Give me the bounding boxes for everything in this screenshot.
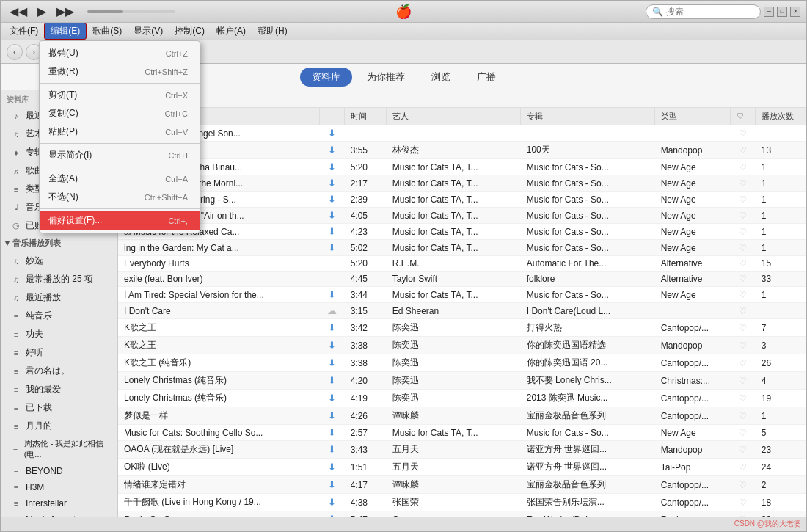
table-row[interactable]: al Music for the Relaxed Ca...⬇4:23Music… [118,224,806,240]
table-row[interactable]: I Am Tired: Special Version for the...⬇3… [118,287,806,303]
tab-recommended[interactable]: 为你推荐 [355,68,417,87]
menu-view[interactable]: 显示(V) [128,23,169,39]
table-row[interactable]: 情绪谁来定错对⬇4:17谭咏麟宝丽金极品音色系列Cantopop/...♡2 [118,476,806,494]
menu-preferences-shortcut: Ctrl+, [168,216,188,225]
maximize-button[interactable]: □ [777,7,787,17]
table-row[interactable]: 千千阙歌 (Live in Hong Kong / 19...⬇4:38张国荣张… [118,494,806,511]
cell-heart[interactable]: ♡ [731,240,756,256]
menu-cut[interactable]: 剪切(T) Ctrl+X [40,86,200,104]
menu-select-all[interactable]: 全选(A) Ctrl+A [40,170,200,188]
menu-undo[interactable]: 撤销(U) Ctrl+Z [40,44,200,62]
table-row[interactable]: Radio Ga Ga⬇5:47QueenThe Works (Deluxe..… [118,511,806,517]
menu-edit[interactable]: 编辑(E) [44,23,87,40]
table-row[interactable]: K歌之王 (纯音乐)⬇3:38陈奕迅你的陈奕迅国语 20...Cantopop/… [118,354,806,372]
cell-cloud: ⬇ [319,159,344,175]
sidebar-item-downloaded[interactable]: ≡ 已下载 [4,398,114,417]
cell-heart[interactable]: ♡ [731,142,756,159]
cell-heart[interactable]: ♡ [731,441,756,459]
sidebar-item-gongfu[interactable]: ≡ 功夫 [4,325,114,343]
chevron-down-icon: ▾ [5,238,10,248]
cell-heart[interactable]: ♡ [731,319,756,337]
table-row[interactable]: leep Music with Purring - S...⬇2:39Music… [118,192,806,208]
cell-heart[interactable]: ♡ [731,337,756,354]
cell-heart[interactable]: ♡ [731,125,756,142]
sidebar-item-favorites[interactable]: ≡ 我的最爱 [4,380,114,398]
cell-heart[interactable]: ♡ [731,303,756,319]
menu-preferences[interactable]: 偏好设置(F)... Ctrl+, [40,211,200,230]
menu-account[interactable]: 帐户(A) [211,23,252,39]
next-button[interactable]: ▶▶ [54,3,77,20]
table-row[interactable]: eep Music: Safe in the Morni...⬇2:17Musi… [118,175,806,192]
table-row[interactable]: ical Music for Cats: "Air on th...⬇4:05M… [118,208,806,224]
cell-heart[interactable]: ♡ [731,192,756,208]
cell-heart[interactable]: ♡ [731,287,756,303]
table-row[interactable]: OK啦 (Live)⬇1:51五月天诺亚方舟 世界巡回...Tai-Pop♡24 [118,459,806,476]
minimize-button[interactable]: ─ [764,7,774,17]
table-row[interactable]: 拥抱⬇3:55林俊杰100天Mandopop♡13 [118,142,806,159]
cell-heart[interactable]: ♡ [731,159,756,175]
table-row[interactable]: 梦似是一样⬇4:26谭咏麟宝丽金极品音色系列Cantopop/...♡1 [118,407,806,425]
menu-paste[interactable]: 粘贴(P) Ctrl+V [40,123,200,141]
menu-info[interactable]: 显示简介(I) Ctrl+I [40,146,200,164]
playlists-section-toggle[interactable]: ▾ 音乐播放列表 [1,235,117,252]
cell-heart[interactable]: ♡ [731,256,756,272]
menu-redo[interactable]: 重做(R) Ctrl+Shift+Z [40,62,200,81]
table-row[interactable]: ing in the Garden: My Cat a...⬇5:02Music… [118,240,806,256]
search-box[interactable]: 🔍 [646,4,761,19]
sidebar-item-instrumental[interactable]: ≡ 纯音乐 [4,307,114,325]
table-row[interactable]: I Don't Care☁3:15Ed SheeranI Don't Care(… [118,303,806,319]
cell-heart[interactable]: ♡ [731,175,756,192]
prev-button[interactable]: ◀◀ [7,3,30,20]
cell-heart[interactable]: ♡ [731,425,756,441]
table-container[interactable]: 歌曲 时间 艺人 专辑 类型 ♡ 播放次数 ing Brook and an A… [118,108,806,517]
sidebar-item-yueyue[interactable]: ≡ 月月的 [4,417,114,435]
sidebar-item-interstellar[interactable]: ≡ Interstellar [4,495,114,511]
search-input[interactable] [666,7,754,17]
cell-heart[interactable]: ♡ [731,459,756,476]
sidebar-item-h3m[interactable]: ≡ H3M [4,479,114,495]
progress-bar[interactable] [87,10,175,13]
table-row[interactable]: K歌之王⬇3:42陈奕迅打得火热Cantopop/...♡7 [118,319,806,337]
sidebar-item-haoting[interactable]: ≡ 好听 [4,343,114,362]
table-row[interactable]: exile (feat. Bon Iver)4:45Taylor Swiftfo… [118,272,806,287]
cell-title: Lonely Christmas (纯音乐) [118,390,319,407]
sidebar-item-recent-played[interactable]: ♫ 最近播放 [4,288,114,307]
tab-library[interactable]: 资料库 [300,68,352,87]
menu-control[interactable]: 控制(C) [169,23,211,39]
menu-help[interactable]: 帮助(H) [252,23,293,39]
play-button[interactable]: ▶ [34,3,49,20]
table-row[interactable]: Your Cat Down: Alpha Binau...⬇5:20Music … [118,159,806,175]
back-button[interactable]: ‹ [7,44,23,60]
cell-heart[interactable]: ♡ [731,511,756,517]
table-row[interactable]: Lonely Christmas (纯音乐)⬇4:19陈奕迅2013 陈奕迅 M… [118,390,806,407]
table-row[interactable]: OAOA (现在就是永远) [Live]⬇3:43五月天诺亚方舟 世界巡回...… [118,441,806,459]
sidebar-item-music-for-cats[interactable]: ≡ Music for cats [4,511,114,517]
cell-heart[interactable]: ♡ [731,272,756,287]
tab-radio[interactable]: 广播 [465,68,508,87]
tab-browse[interactable]: 浏览 [420,68,462,87]
table-row[interactable]: K歌之王⬇3:38陈奕迅你的陈奕迅国语精选Mandopop♡3 [118,337,806,354]
sidebar-item-beyond[interactable]: ≡ BEYOND [4,463,114,479]
table-row[interactable]: ing Brook and an Angel Son...⬇♡ [118,125,806,142]
table-row[interactable]: Lonely Christmas (纯音乐)⬇4:20陈奕迅我不要 Lonely… [118,372,806,390]
cell-heart[interactable]: ♡ [731,476,756,494]
menu-deselect[interactable]: 不选(N) Ctrl+Shift+A [40,188,200,206]
sidebar-item-kimi[interactable]: ≡ 君の名は。 [4,362,114,380]
cell-heart[interactable]: ♡ [731,407,756,425]
close-button[interactable]: ✕ [790,7,800,17]
sidebar-item-jay[interactable]: ≡ 周杰伦 - 我是如此相信 (电... [4,435,114,463]
cell-heart[interactable]: ♡ [731,208,756,224]
menu-file[interactable]: 文件(F) [4,23,44,39]
cell-heart[interactable]: ♡ [731,354,756,372]
cell-heart[interactable]: ♡ [731,372,756,390]
cell-time: 3:43 [345,441,387,459]
cell-heart[interactable]: ♡ [731,494,756,511]
sidebar-item-top25[interactable]: ♫ 最常播放的 25 项 [4,270,114,288]
cell-heart[interactable]: ♡ [731,224,756,240]
table-row[interactable]: Everybody Hurts5:20R.E.M.Automatic For T… [118,256,806,272]
table-row[interactable]: Music for Cats: Soothing Cello So...⬇2:5… [118,425,806,441]
sidebar-item-mix[interactable]: ♫ 妙选 [4,252,114,270]
menu-copy[interactable]: 复制(C) Ctrl+C [40,104,200,123]
cell-heart[interactable]: ♡ [731,390,756,407]
menu-song[interactable]: 歌曲(S) [87,23,128,39]
